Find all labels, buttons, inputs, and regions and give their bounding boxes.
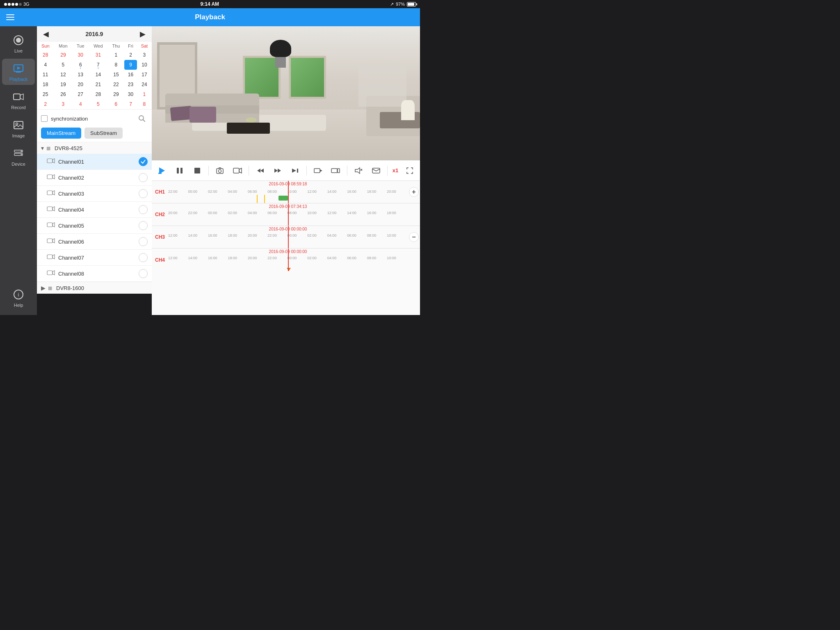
pause-button[interactable] xyxy=(173,164,186,177)
calendar-day[interactable]: 13 xyxy=(72,70,89,80)
dvr2-collapse-icon[interactable]: ▶ xyxy=(41,285,46,291)
calendar-day[interactable]: 31 xyxy=(89,50,108,60)
calendar-day[interactable]: 4 xyxy=(72,99,89,109)
rewind-button[interactable] xyxy=(254,164,267,177)
sidebar-item-image[interactable]: Image xyxy=(2,115,35,142)
search-button[interactable] xyxy=(136,113,148,124)
calendar-day[interactable]: 4 xyxy=(37,60,54,70)
channel-item-ch04[interactable]: Channel04 xyxy=(37,202,152,218)
calendar-day[interactable]: 30 xyxy=(124,89,137,99)
calendar-day[interactable]: 15 xyxy=(108,70,124,80)
calendar-day[interactable]: 24 xyxy=(137,80,152,89)
dvr2-header[interactable]: ▶ ▦ DVR8-1600 xyxy=(37,282,152,294)
frame-stop-button[interactable] xyxy=(329,164,342,177)
calendar-next[interactable]: ▶ xyxy=(138,30,148,39)
dvr1-header[interactable]: ▾ ▦ DVR8-4525 xyxy=(37,142,152,154)
channel-item-ch08[interactable]: Channel08 xyxy=(37,266,152,282)
play-button[interactable] xyxy=(156,164,169,177)
calendar-day[interactable]: 3 xyxy=(54,99,73,109)
calendar-day[interactable]: 27 xyxy=(72,89,89,99)
sync-checkbox[interactable] xyxy=(41,115,48,122)
calendar-day[interactable]: 22 xyxy=(108,80,124,89)
ch4-track[interactable]: 2016-09-09 00:00:00 12:00 14:00 16:00 18… xyxy=(168,249,408,271)
calendar-day[interactable]: 29 xyxy=(54,50,73,60)
channel-check-ch02[interactable] xyxy=(139,173,148,182)
channel-check-ch06[interactable] xyxy=(139,237,148,246)
calendar-day[interactable]: 3 xyxy=(137,50,152,60)
calendar-day[interactable]: 17 xyxy=(137,70,152,80)
calendar-day[interactable]: 2 xyxy=(37,99,54,109)
calendar-day[interactable]: 26 xyxy=(54,89,73,99)
calendar-day[interactable]: 11 xyxy=(37,70,54,80)
calendar-day[interactable]: 28 xyxy=(37,50,54,60)
calendar-day[interactable]: 30 xyxy=(72,50,89,60)
calendar-day[interactable]: 25 xyxy=(37,89,54,99)
channel-item-ch01[interactable]: Channel01 xyxy=(37,154,152,170)
channel-check-ch08[interactable] xyxy=(139,269,148,278)
calendar-day[interactable]: 5 xyxy=(89,99,108,109)
svg-rect-5 xyxy=(14,94,20,100)
zoom-in-button[interactable]: + xyxy=(409,187,419,197)
ch3-track[interactable]: 2016-09-09 00:00:00 12:00 14:00 16:00 18… xyxy=(168,226,408,248)
calendar-day[interactable]: 1 xyxy=(137,89,152,99)
channel-item-ch05[interactable]: Channel05 xyxy=(37,218,152,234)
calendar-prev[interactable]: ◀ xyxy=(41,30,51,39)
sidebar-item-live[interactable]: Live xyxy=(2,30,35,57)
timeline-ch3: CH3 2016-09-09 00:00:00 12:00 14:00 16:0… xyxy=(152,226,420,249)
skip-end-button[interactable] xyxy=(289,164,302,177)
svg-rect-19 xyxy=(47,175,52,179)
sidebar-item-record[interactable]: Record xyxy=(2,87,35,113)
calendar-day[interactable]: 29 xyxy=(108,89,124,99)
svg-rect-21 xyxy=(47,191,52,195)
calendar-day[interactable]: 6 xyxy=(108,99,124,109)
sidebar-item-playback[interactable]: Playback xyxy=(2,59,35,85)
calendar-day[interactable]: 18 xyxy=(37,80,54,89)
stop-button[interactable] xyxy=(191,164,203,177)
channel-item-ch07[interactable]: Channel07 xyxy=(37,250,152,266)
dvr1-collapse-icon[interactable]: ▾ xyxy=(41,145,44,151)
video-record-button[interactable] xyxy=(231,164,244,177)
hamburger-menu[interactable] xyxy=(6,14,14,20)
channel-check-ch04[interactable] xyxy=(139,205,148,214)
email-button[interactable] xyxy=(370,164,382,177)
snapshot-button[interactable] xyxy=(214,164,226,177)
frame-forward-button[interactable] xyxy=(312,164,324,177)
channel-check-ch05[interactable] xyxy=(139,221,148,230)
sidebar-item-device[interactable]: Device xyxy=(2,144,35,170)
calendar-day[interactable]: 20 xyxy=(72,80,89,89)
calendar-day[interactable]: 10 xyxy=(137,60,152,70)
calendar-day[interactable]: 28 xyxy=(89,89,108,99)
channel-name-ch05: Channel05 xyxy=(58,223,135,229)
calendar-day[interactable]: 19 xyxy=(54,80,73,89)
calendar-day[interactable]: 1 xyxy=(108,50,124,60)
mainstream-button[interactable]: MainStream xyxy=(41,128,81,139)
calendar-day[interactable]: 8 xyxy=(108,60,124,70)
channel-check-ch07[interactable] xyxy=(139,253,148,262)
ch2-track[interactable]: 2016-09-09 07:34:13 20:00 22:00 00:00 02… xyxy=(168,203,408,226)
calendar-day[interactable]: 14 xyxy=(89,70,108,80)
calendar-day[interactable]: 23 xyxy=(124,80,137,89)
channel-item-ch03[interactable]: Channel03 xyxy=(37,186,152,202)
calendar-day[interactable]: 5 xyxy=(54,60,73,70)
substream-button[interactable]: SubStream xyxy=(84,128,123,139)
channel-item-ch02[interactable]: Channel02 xyxy=(37,170,152,186)
calendar-day[interactable]: 21 xyxy=(89,80,108,89)
calendar-day[interactable]: 9 xyxy=(124,60,137,70)
channel-check-ch03[interactable] xyxy=(139,189,148,198)
expand-button[interactable] xyxy=(403,164,416,177)
channel-item-ch06[interactable]: Channel06 xyxy=(37,234,152,250)
fast-forward-button[interactable] xyxy=(272,164,284,177)
ch1-track[interactable]: 2016-09-09 08:59:18 22:00 00:00 02:00 04… xyxy=(168,181,408,203)
calendar-day[interactable]: 2 xyxy=(124,50,137,60)
calendar-day[interactable]: 8 xyxy=(137,99,152,109)
calendar-day[interactable]: 7 xyxy=(124,99,137,109)
channel-check-ch01[interactable] xyxy=(139,157,148,166)
sidebar-item-help[interactable]: i Help xyxy=(2,285,35,311)
calendar-day[interactable]: 7 xyxy=(89,60,108,70)
mute-button[interactable] xyxy=(352,164,365,177)
calendar-day[interactable]: 6 xyxy=(72,60,89,70)
calendar-day[interactable]: 16 xyxy=(124,70,137,80)
svg-marker-6 xyxy=(20,94,23,100)
zoom-out-button[interactable]: − xyxy=(409,232,419,242)
calendar-day[interactable]: 12 xyxy=(54,70,73,80)
